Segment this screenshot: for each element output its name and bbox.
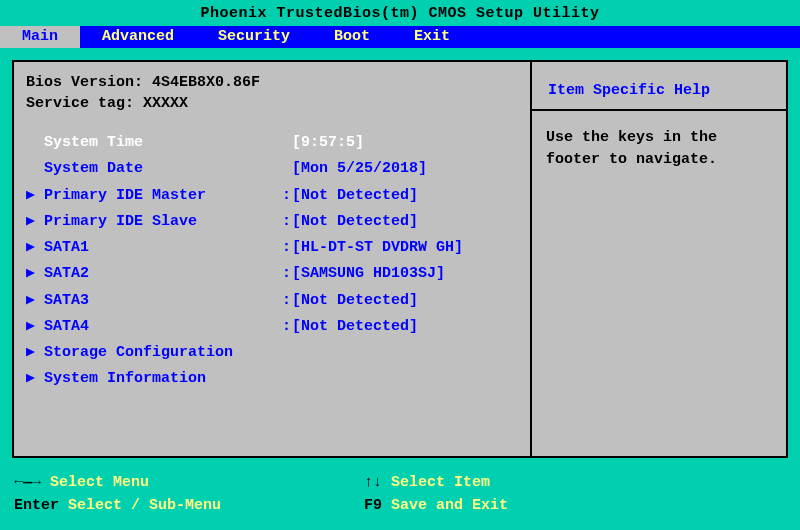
row-colon: : bbox=[282, 186, 292, 206]
tab-exit[interactable]: Exit bbox=[392, 26, 472, 48]
row-colon bbox=[282, 159, 292, 179]
row-colon: : bbox=[282, 264, 292, 284]
blank-icon bbox=[26, 159, 44, 179]
tab-bar: Main Advanced Security Boot Exit bbox=[0, 26, 800, 48]
row-value: [HL-DT-ST DVDRW GH] bbox=[292, 238, 463, 258]
row-label: Storage Configuration bbox=[44, 343, 282, 363]
row-value: [SAMSUNG HD103SJ] bbox=[292, 264, 445, 284]
hint-select-menu: Select Menu bbox=[41, 474, 149, 491]
row-label: SATA3 bbox=[44, 291, 282, 311]
submenu-arrow-icon bbox=[26, 186, 44, 206]
row-label: Primary IDE Master bbox=[44, 186, 282, 206]
hint-key-enter: Enter bbox=[14, 497, 59, 514]
row-system-date[interactable]: System Date [Mon 5/25/2018] bbox=[24, 156, 520, 182]
row-colon bbox=[282, 133, 292, 153]
row-value: [Not Detected] bbox=[292, 291, 418, 311]
hint-key-leftright: ←—→ bbox=[14, 474, 41, 491]
submenu-arrow-icon bbox=[26, 317, 44, 337]
help-body: Use the keys in the footer to navigate. bbox=[542, 121, 776, 177]
row-sata4[interactable]: SATA4 : [Not Detected] bbox=[24, 314, 520, 340]
submenu-arrow-icon bbox=[26, 343, 44, 363]
tab-boot[interactable]: Boot bbox=[312, 26, 392, 48]
submenu-arrow-icon bbox=[26, 369, 44, 389]
row-label: SATA1 bbox=[44, 238, 282, 258]
blank-icon bbox=[26, 133, 44, 153]
row-storage-configuration[interactable]: Storage Configuration bbox=[24, 340, 520, 366]
submenu-arrow-icon bbox=[26, 291, 44, 311]
submenu-arrow-icon bbox=[26, 212, 44, 232]
row-label: System Information bbox=[44, 369, 282, 389]
row-label: System Date bbox=[44, 159, 282, 179]
row-value[interactable]: [Mon 5/25/2018] bbox=[292, 159, 427, 179]
row-value: [Not Detected] bbox=[292, 186, 418, 206]
help-panel: Item Specific Help Use the keys in the f… bbox=[530, 60, 788, 458]
bios-version-line: Bios Version: 4S4EB8X0.86F bbox=[24, 72, 520, 93]
row-colon: : bbox=[282, 238, 292, 258]
submenu-arrow-icon bbox=[26, 264, 44, 284]
row-value[interactable]: [9:57:5] bbox=[292, 133, 364, 153]
footer-hints: ←—→ Select Menu ↑↓ Select Item Enter Sel… bbox=[0, 466, 800, 525]
hint-select-item: Select Item bbox=[382, 474, 490, 491]
row-colon: : bbox=[282, 291, 292, 311]
tab-main[interactable]: Main bbox=[0, 26, 80, 48]
row-label: System Time bbox=[44, 133, 282, 153]
row-sata2[interactable]: SATA2 : [SAMSUNG HD103SJ] bbox=[24, 261, 520, 287]
row-sata3[interactable]: SATA3 : [Not Detected] bbox=[24, 288, 520, 314]
bios-version-label: Bios Version: bbox=[26, 74, 143, 91]
hint-select-submenu: Select / Sub-Menu bbox=[59, 497, 221, 514]
row-primary-ide-master[interactable]: Primary IDE Master : [Not Detected] bbox=[24, 183, 520, 209]
hint-key-f9: F9 bbox=[364, 497, 382, 514]
row-label: SATA4 bbox=[44, 317, 282, 337]
tab-security[interactable]: Security bbox=[196, 26, 312, 48]
help-divider bbox=[532, 109, 786, 111]
hint-save-exit: Save and Exit bbox=[382, 497, 508, 514]
main-panel: Bios Version: 4S4EB8X0.86F Service tag: … bbox=[12, 60, 530, 458]
row-colon bbox=[282, 343, 292, 363]
row-colon bbox=[282, 369, 292, 389]
app-title: Phoenix TrustedBios(tm) CMOS Setup Utili… bbox=[0, 0, 800, 26]
tab-advanced[interactable]: Advanced bbox=[80, 26, 196, 48]
row-value: [Not Detected] bbox=[292, 317, 418, 337]
row-value: [Not Detected] bbox=[292, 212, 418, 232]
row-colon: : bbox=[282, 212, 292, 232]
submenu-arrow-icon bbox=[26, 238, 44, 258]
service-tag-value: XXXXX bbox=[143, 95, 188, 112]
service-tag-line: Service tag: XXXXX bbox=[24, 93, 520, 114]
hint-key-updown: ↑↓ bbox=[364, 474, 382, 491]
row-system-information[interactable]: System Information bbox=[24, 366, 520, 392]
help-title: Item Specific Help bbox=[542, 72, 776, 109]
row-sata1[interactable]: SATA1 : [HL-DT-ST DVDRW GH] bbox=[24, 235, 520, 261]
row-colon: : bbox=[282, 317, 292, 337]
bios-version-value: 4S4EB8X0.86F bbox=[152, 74, 260, 91]
settings-list: System Time [9:57:5] System Date [Mon 5/… bbox=[24, 130, 520, 393]
row-primary-ide-slave[interactable]: Primary IDE Slave : [Not Detected] bbox=[24, 209, 520, 235]
work-area: Bios Version: 4S4EB8X0.86F Service tag: … bbox=[0, 48, 800, 466]
row-label: Primary IDE Slave bbox=[44, 212, 282, 232]
service-tag-label: Service tag: bbox=[26, 95, 134, 112]
row-system-time[interactable]: System Time [9:57:5] bbox=[24, 130, 520, 156]
row-label: SATA2 bbox=[44, 264, 282, 284]
